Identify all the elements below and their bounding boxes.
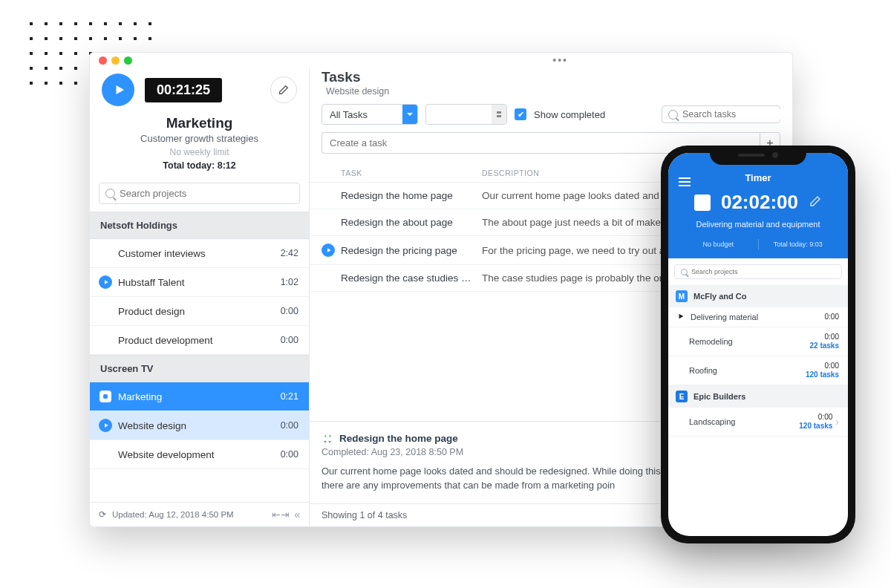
stepper-icon <box>492 105 506 124</box>
play-button[interactable] <box>102 74 134 106</box>
org-header[interactable]: Uscreen TV <box>90 355 309 382</box>
project-time: 1:02 <box>281 277 298 287</box>
project-time: 0:00 <box>281 449 298 460</box>
task-name: Redesign the pricing page <box>341 245 482 256</box>
project-name: Website development <box>118 449 275 460</box>
mobile-total-today: Total today: 9:03 <box>759 239 838 249</box>
project-row[interactable]: Customer inteviews2:42 <box>90 239 309 268</box>
mobile-header: Timer 02:02:00 Delivering material and e… <box>668 153 848 258</box>
mobile-search[interactable] <box>674 264 842 279</box>
play-icon[interactable] <box>99 275 112 289</box>
search-projects-input[interactable] <box>120 188 293 199</box>
mobile-device: Timer 02:02:00 Delivering material and e… <box>661 146 855 543</box>
refresh-icon[interactable]: ⟳ <box>99 509 106 520</box>
mobile-project-row[interactable]: Landscaping0:00120 tasks› <box>668 408 848 437</box>
task-name: Redesign the home page <box>341 190 482 201</box>
tasks-title: Tasks <box>310 68 792 85</box>
search-icon <box>681 269 688 275</box>
traffic-light-close[interactable] <box>99 56 107 65</box>
mobile-project-row[interactable]: Remodeling0:0022 tasks <box>668 327 848 356</box>
edit-note-button[interactable] <box>270 76 297 103</box>
tasks-breadcrumb: Website design <box>310 85 792 104</box>
traffic-light-zoom[interactable] <box>124 56 132 65</box>
project-row[interactable]: Website design0:00 <box>90 411 309 440</box>
mobile-subtitle: Delivering material and equipment <box>679 220 838 229</box>
project-row[interactable]: Product design0:00 <box>90 297 309 326</box>
mobile-org-header[interactable]: EEpic Builders <box>668 385 848 408</box>
project-row[interactable]: Website development0:00 <box>90 440 309 469</box>
mobile-project-row[interactable]: Delivering material0:00 <box>668 307 848 327</box>
mobile-org-header[interactable]: MMcFly and Co <box>668 285 848 307</box>
stop-icon[interactable] <box>99 391 111 402</box>
mobile-timer: 02:02:00 <box>721 191 798 214</box>
org-header[interactable]: Netsoft Holdings <box>90 212 309 239</box>
hamburger-icon[interactable] <box>679 175 691 189</box>
chevron-right-icon: › <box>835 416 839 428</box>
project-row[interactable]: Marketing0:21 <box>90 382 309 411</box>
mobile-screen: Timer 02:02:00 Delivering material and e… <box>668 153 848 536</box>
project-time: 2:42 <box>281 248 298 258</box>
search-projects[interactable] <box>99 183 300 204</box>
detail-title: Redesign the home page <box>339 433 458 444</box>
back-icon[interactable]: « <box>294 509 300 520</box>
project-name: Customer inteviews <box>118 248 275 259</box>
mobile-search-input[interactable] <box>691 268 835 275</box>
play-icon[interactable] <box>322 244 335 257</box>
timer-display: 00:21:25 <box>145 78 222 102</box>
edit-icon[interactable] <box>809 195 822 211</box>
total-today: Total today: 8:12 <box>99 160 300 171</box>
recycle-icon <box>322 432 333 444</box>
search-tasks[interactable] <box>662 105 780 123</box>
task-name: Redesign the about page <box>341 217 482 228</box>
project-time: 0:00 <box>281 335 298 345</box>
project-time: 0:00 <box>281 306 298 316</box>
active-project-header: Marketing Customer growth strategies No … <box>90 114 309 178</box>
project-name: Product design <box>118 306 275 317</box>
stop-button[interactable] <box>694 195 711 211</box>
collapse-icon[interactable]: ⇤⇥ <box>272 509 290 520</box>
sidebar: 00:21:25 Marketing Customer growth strat… <box>90 68 310 526</box>
mobile-project-row[interactable]: Roofing0:00120 tasks <box>668 356 848 385</box>
play-icon <box>677 313 686 321</box>
project-time: 0:00 <box>281 420 298 431</box>
org-badge: M <box>676 290 688 302</box>
project-subtitle: Customer growth strategies <box>99 133 300 144</box>
search-tasks-input[interactable] <box>682 109 792 120</box>
filter-select[interactable]: All Tasks <box>322 104 418 125</box>
phone-notch <box>710 146 806 165</box>
last-updated: Updated: Aug 12, 2018 4:50 PM <box>112 510 234 519</box>
mobile-title: Timer <box>679 172 838 183</box>
secondary-select[interactable] <box>425 104 507 125</box>
project-name: Product development <box>118 335 275 346</box>
search-icon <box>105 189 115 198</box>
mobile-budget: No budget <box>679 239 759 249</box>
window-titlebar: ••• <box>90 53 792 68</box>
traffic-light-minimize[interactable] <box>111 56 120 65</box>
project-name: Website design <box>118 420 275 431</box>
play-icon[interactable] <box>99 419 112 432</box>
search-icon <box>668 110 678 120</box>
chevron-down-icon <box>402 105 417 124</box>
sidebar-footer: ⟳ Updated: Aug 12, 2018 4:50 PM ⇤⇥ « <box>90 502 309 526</box>
show-completed-checkbox[interactable] <box>515 108 526 120</box>
project-name: Hubstaff Talent <box>118 277 275 288</box>
weekly-limit: No weekly limit <box>99 147 300 157</box>
task-name: Redesign the case studies pa… <box>341 272 482 284</box>
project-list: Netsoft HoldingsCustomer inteviews2:42Hu… <box>90 212 309 469</box>
project-name: Marketing <box>99 115 300 131</box>
org-badge: E <box>676 391 688 402</box>
project-time: 0:21 <box>281 391 298 402</box>
project-row[interactable]: Product development0:00 <box>90 326 309 355</box>
project-name: Marketing <box>118 391 275 402</box>
show-completed-label: Show completed <box>534 109 605 120</box>
window-options-icon[interactable]: ••• <box>552 54 568 66</box>
project-row[interactable]: Hubstaff Talent1:02 <box>90 268 309 297</box>
